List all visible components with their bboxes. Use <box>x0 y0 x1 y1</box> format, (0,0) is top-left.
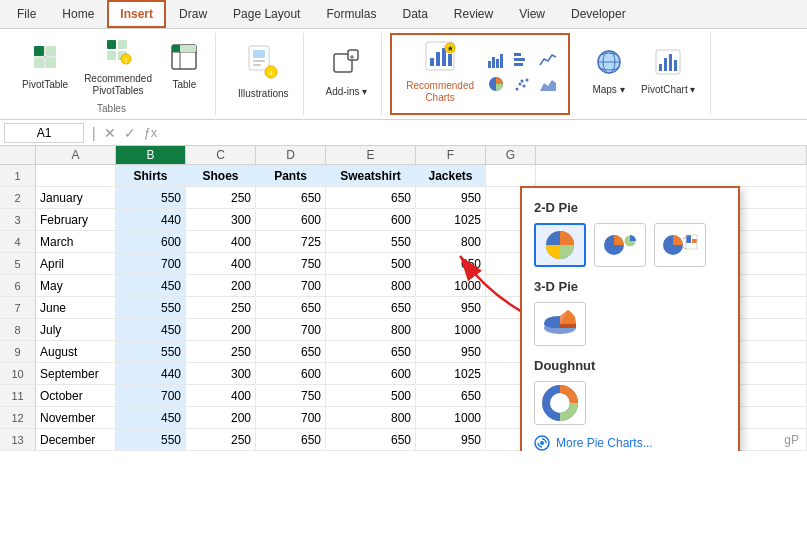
cell-c10[interactable]: 300 <box>186 363 256 384</box>
cell-c11[interactable]: 400 <box>186 385 256 406</box>
cell-e12[interactable]: 800 <box>326 407 416 428</box>
cell-f12[interactable]: 1000 <box>416 407 486 428</box>
cell-e1[interactable]: Sweatshirt <box>326 165 416 186</box>
cell-a4[interactable]: March <box>36 231 116 252</box>
cell-e10[interactable]: 600 <box>326 363 416 384</box>
tab-draw[interactable]: Draw <box>166 0 220 28</box>
pie-bar-chart[interactable] <box>654 223 706 267</box>
cell-b11[interactable]: 700 <box>116 385 186 406</box>
cell-e9[interactable]: 650 <box>326 341 416 362</box>
cell-a11[interactable]: October <box>36 385 116 406</box>
pie-chart-button[interactable] <box>484 73 508 95</box>
tab-view[interactable]: View <box>506 0 558 28</box>
cell-f13[interactable]: 950 <box>416 429 486 450</box>
cell-c4[interactable]: 400 <box>186 231 256 252</box>
cell-d4[interactable]: 725 <box>256 231 326 252</box>
tab-page-layout[interactable]: Page Layout <box>220 0 313 28</box>
cell-f7[interactable]: 950 <box>416 297 486 318</box>
cell-d9[interactable]: 650 <box>256 341 326 362</box>
cell-b10[interactable]: 440 <box>116 363 186 384</box>
cell-c7[interactable]: 250 <box>186 297 256 318</box>
cell-c12[interactable]: 200 <box>186 407 256 428</box>
cell-f1[interactable]: Jackets <box>416 165 486 186</box>
cell-c1[interactable]: Shoes <box>186 165 256 186</box>
cell-f3[interactable]: 1025 <box>416 209 486 230</box>
cell-b9[interactable]: 550 <box>116 341 186 362</box>
cell-d11[interactable]: 750 <box>256 385 326 406</box>
cell-c3[interactable]: 300 <box>186 209 256 230</box>
cancel-formula-icon[interactable]: ✕ <box>104 125 116 141</box>
cell-a13[interactable]: December <box>36 429 116 450</box>
cell-e13[interactable]: 650 <box>326 429 416 450</box>
table-button[interactable]: Table <box>162 39 207 95</box>
cell-e11[interactable]: 500 <box>326 385 416 406</box>
cell-e8[interactable]: 800 <box>326 319 416 340</box>
cell-f6[interactable]: 1000 <box>416 275 486 296</box>
cell-c6[interactable]: 200 <box>186 275 256 296</box>
cell-b6[interactable]: 450 <box>116 275 186 296</box>
formula-input[interactable] <box>161 126 803 140</box>
cell-c13[interactable]: 250 <box>186 429 256 450</box>
tab-file[interactable]: File <box>4 0 49 28</box>
insert-function-icon[interactable]: ƒx <box>144 125 158 141</box>
cell-c2[interactable]: 250 <box>186 187 256 208</box>
tab-formulas[interactable]: Formulas <box>313 0 389 28</box>
cell-b3[interactable]: 440 <box>116 209 186 230</box>
cell-f4[interactable]: 800 <box>416 231 486 252</box>
cell-extra-1[interactable] <box>536 165 807 186</box>
cell-e5[interactable]: 500 <box>326 253 416 274</box>
cell-f5[interactable]: 650 <box>416 253 486 274</box>
illustrations-button[interactable]: + Illustrations <box>232 40 295 104</box>
cell-e6[interactable]: 800 <box>326 275 416 296</box>
cell-a8[interactable]: July <box>36 319 116 340</box>
cell-a2[interactable]: January <box>36 187 116 208</box>
cell-d12[interactable]: 700 <box>256 407 326 428</box>
pie-exploded-chart[interactable] <box>594 223 646 267</box>
cell-c8[interactable]: 200 <box>186 319 256 340</box>
tab-home[interactable]: Home <box>49 0 107 28</box>
pie-basic-chart[interactable] <box>534 223 586 267</box>
cell-d3[interactable]: 600 <box>256 209 326 230</box>
cell-e2[interactable]: 650 <box>326 187 416 208</box>
tab-data[interactable]: Data <box>389 0 440 28</box>
cell-a3[interactable]: February <box>36 209 116 230</box>
cell-a1[interactable] <box>36 165 116 186</box>
cell-d5[interactable]: 750 <box>256 253 326 274</box>
cell-b4[interactable]: 600 <box>116 231 186 252</box>
pivot-table-button[interactable]: PivotTable <box>16 39 74 95</box>
cell-b5[interactable]: 700 <box>116 253 186 274</box>
tab-developer[interactable]: Developer <box>558 0 639 28</box>
cell-d1[interactable]: Pants <box>256 165 326 186</box>
cell-b13[interactable]: 550 <box>116 429 186 450</box>
line-chart-button[interactable] <box>536 49 560 71</box>
cell-c9[interactable]: 250 <box>186 341 256 362</box>
cell-d7[interactable]: 650 <box>256 297 326 318</box>
cell-a10[interactable]: September <box>36 363 116 384</box>
column-chart-button[interactable] <box>484 49 508 71</box>
cell-e7[interactable]: 650 <box>326 297 416 318</box>
addins-button[interactable]: Add-ins ▾ <box>320 42 374 102</box>
cell-b1[interactable]: Shirts <box>116 165 186 186</box>
cell-a12[interactable]: November <box>36 407 116 428</box>
name-box[interactable] <box>4 123 84 143</box>
maps-button[interactable]: Maps ▾ <box>586 44 631 100</box>
cell-d8[interactable]: 700 <box>256 319 326 340</box>
cell-d2[interactable]: 650 <box>256 187 326 208</box>
more-pie-charts-link[interactable]: More Pie Charts... <box>534 435 726 451</box>
cell-f8[interactable]: 1000 <box>416 319 486 340</box>
cell-e3[interactable]: 600 <box>326 209 416 230</box>
tab-review[interactable]: Review <box>441 0 506 28</box>
cell-f9[interactable]: 950 <box>416 341 486 362</box>
pivot-chart-button[interactable]: PivotChart ▾ <box>635 44 701 100</box>
area-chart-button[interactable] <box>536 73 560 95</box>
cell-d13[interactable]: 650 <box>256 429 326 450</box>
cell-d6[interactable]: 700 <box>256 275 326 296</box>
cell-a9[interactable]: August <box>36 341 116 362</box>
recommended-pivottables-button[interactable]: ! RecommendedPivotTables <box>78 33 158 101</box>
cell-d10[interactable]: 600 <box>256 363 326 384</box>
cell-e4[interactable]: 550 <box>326 231 416 252</box>
cell-a7[interactable]: June <box>36 297 116 318</box>
cell-f11[interactable]: 650 <box>416 385 486 406</box>
recommended-charts-button[interactable]: ★ RecommendedCharts <box>400 36 480 108</box>
tab-insert[interactable]: Insert <box>107 0 166 28</box>
